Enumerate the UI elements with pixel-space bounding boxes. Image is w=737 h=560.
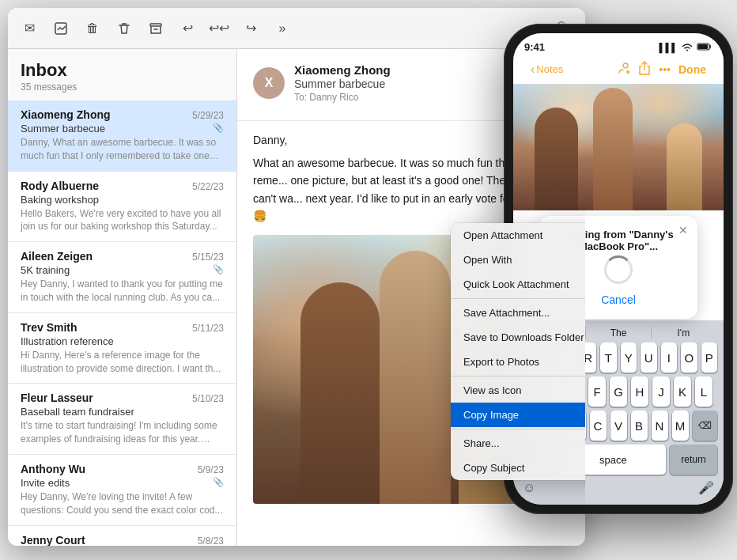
key-m[interactable]: M (672, 411, 689, 441)
mail-item-2[interactable]: Aileen Zeigen 5/15/23 5K training📎 Hey D… (8, 242, 236, 313)
person-add-icon[interactable] (616, 62, 630, 77)
signal-icon: ▌▌▌ (660, 43, 678, 52)
key-i[interactable]: I (661, 342, 678, 373)
date-5: 5/9/23 (198, 464, 224, 475)
share-icon[interactable] (638, 61, 651, 78)
key-n[interactable]: N (652, 411, 668, 441)
mail-item-0[interactable]: Xiaomeng Zhong 5/29/23 Summer barbecue📎 … (8, 100, 236, 172)
notes-actions: ••• Done (616, 61, 706, 78)
mail-item-4[interactable]: Fleur Lasseur 5/10/23 Baseball team fund… (8, 384, 236, 455)
sender-0: Xiaomeng Zhong (21, 108, 111, 121)
notes-back-label: Notes (536, 63, 563, 75)
key-f[interactable]: F (588, 376, 606, 407)
key-h[interactable]: H (631, 376, 648, 407)
archive-icon[interactable] (147, 20, 164, 37)
mail-sidebar: Inbox 35 messages Xiaomeng Zhong 5/29/23… (8, 49, 237, 546)
preview-0: Danny, What an awesome barbecue. It was … (21, 136, 224, 163)
notes-done-button[interactable]: Done (678, 63, 706, 76)
sender-3: Trev Smith (21, 321, 77, 334)
divider-2 (451, 376, 585, 376)
date-3: 5/11/23 (192, 323, 224, 334)
context-menu-open-with[interactable]: Open With › (451, 248, 585, 272)
subject-1: Baking workshop (21, 194, 99, 206)
key-k[interactable]: K (674, 376, 691, 407)
back-chevron-icon: ‹ (531, 62, 535, 77)
key-delete[interactable]: ⌫ (693, 411, 718, 441)
suggestion-im[interactable]: I'm (652, 327, 716, 339)
mail-item-3[interactable]: Trev Smith 5/11/23 Illustration referenc… (8, 313, 236, 384)
sidebar-header: Inbox 35 messages (8, 49, 236, 100)
date-1: 5/22/23 (192, 181, 224, 192)
paste-dismiss-button[interactable]: ✕ (678, 224, 688, 236)
reply-icon[interactable]: ↩ (179, 20, 196, 37)
trash-icon[interactable] (115, 20, 133, 37)
reply-all-icon[interactable]: ↩↩ (210, 20, 228, 37)
context-menu-share[interactable]: Share... (451, 431, 585, 456)
context-menu-save-downloads[interactable]: Save to Downloads Folder (451, 325, 585, 350)
mail-item-6[interactable]: Jenny Court 5/8/23 Reunion road trip pic… (8, 526, 236, 546)
mail-item-5[interactable]: Anthony Wu 5/9/23 Invite edits📎 Hey Dann… (8, 455, 236, 526)
divider-3 (451, 429, 585, 429)
subject-5: Invite edits (21, 477, 70, 489)
subject-0: Summer barbecue (21, 123, 105, 134)
divider-1 (451, 298, 585, 299)
key-l[interactable]: L (695, 376, 712, 407)
detail-to: To: Danny Rico (294, 92, 528, 103)
date-2: 5/15/23 (192, 252, 224, 263)
new-message-icon[interactable]: ✉ (21, 20, 38, 37)
mail-toolbar: ✉ 🗑 ↩ ↩↩ ↪ » 🔍 (8, 8, 585, 49)
attach-5: 📎 (213, 477, 224, 489)
key-b[interactable]: B (631, 411, 648, 441)
key-p[interactable]: P (701, 342, 718, 373)
sender-1: Rody Albuerne (21, 180, 99, 192)
compose-icon[interactable] (52, 20, 70, 37)
status-time: 9:41 (524, 41, 545, 53)
context-menu-copy-image[interactable]: Copy Image (451, 403, 585, 427)
preview-1: Hello Bakers, We're very excited to have… (21, 207, 224, 234)
context-menu-save-attachment[interactable]: Save Attachment... (451, 301, 585, 325)
battery-icon (697, 42, 712, 53)
preview-5: Hey Danny, We're loving the invite! A fe… (21, 490, 224, 517)
context-menu-export-photos[interactable]: Export to Photos (451, 350, 585, 374)
svg-rect-1 (150, 24, 161, 26)
mail-item-1[interactable]: Rody Albuerne 5/22/23 Baking workshop He… (8, 172, 236, 243)
delete-icon[interactable]: 🗑 (84, 20, 101, 37)
notes-back-button[interactable]: ‹ Notes (531, 62, 563, 77)
mic-icon[interactable]: 🎤 (698, 480, 714, 495)
suggestion-the[interactable]: The (586, 327, 650, 339)
wifi-icon (682, 42, 693, 53)
key-t[interactable]: T (600, 342, 617, 373)
more-icon[interactable]: » (274, 20, 291, 37)
key-u[interactable]: U (641, 342, 657, 373)
emoji-icon[interactable]: ☺ (523, 481, 535, 495)
key-c[interactable]: C (590, 411, 607, 441)
detail-subject: Summer barbecue (294, 78, 528, 90)
preview-2: Hey Danny, I wanted to thank you for put… (21, 278, 224, 305)
subject-3: Illustration reference (21, 335, 114, 347)
svg-rect-3 (698, 44, 708, 49)
context-menu-quick-look[interactable]: Quick Look Attachment (451, 272, 585, 297)
detail-sender-name: Xiaomeng Zhong (294, 63, 528, 77)
sidebar-title: Inbox (21, 60, 77, 81)
attach-0: 📎 (213, 123, 224, 134)
ellipsis-icon[interactable]: ••• (659, 63, 671, 76)
date-0: 5/29/23 (192, 110, 224, 121)
key-j[interactable]: J (652, 376, 670, 407)
date-4: 5/10/23 (192, 393, 224, 404)
forward-icon[interactable]: ↪ (242, 20, 259, 37)
key-g[interactable]: G (610, 376, 627, 407)
subject-2: 5K training (21, 264, 70, 276)
context-menu-copy-subject[interactable]: Copy Subject (451, 456, 585, 480)
key-y[interactable]: Y (621, 342, 637, 373)
status-icons: ▌▌▌ (660, 42, 712, 53)
sender-5: Anthony Wu (21, 463, 85, 475)
keyboard-bottom-bar: ☺ 🎤 (516, 479, 720, 495)
key-o[interactable]: O (681, 342, 697, 373)
context-menu-view-icon[interactable]: View as Icon (451, 378, 585, 403)
key-v[interactable]: V (610, 411, 627, 441)
paste-spinner (604, 255, 633, 284)
context-menu-open-attachment[interactable]: Open Attachment (451, 223, 585, 248)
date-6: 5/8/23 (198, 535, 224, 546)
key-return[interactable]: return (670, 445, 717, 475)
sender-2: Aileen Zeigen (21, 250, 93, 263)
